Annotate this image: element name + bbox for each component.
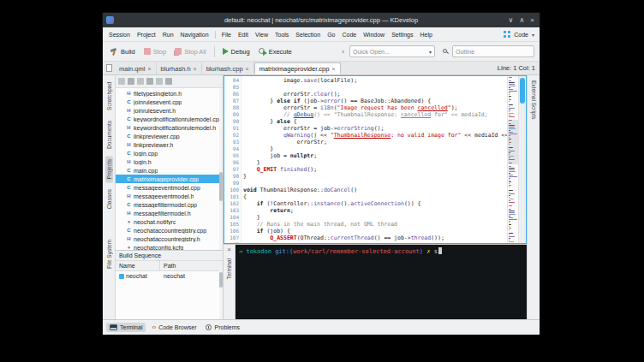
menu-settings[interactable]: Settings bbox=[388, 32, 416, 38]
area-selector[interactable]: Code bbox=[514, 32, 528, 38]
tab-blurhash-cpp[interactable]: blurhash.cpp× bbox=[202, 62, 254, 74]
line-number: 92 bbox=[224, 132, 239, 139]
minimize-icon[interactable]: ∨ bbox=[509, 17, 514, 24]
file-name: joinrulesevent.cpp bbox=[134, 99, 182, 105]
terminal[interactable]: → tokodon git:(work/carl/remember-select… bbox=[236, 245, 527, 319]
code-area[interactable]: image.save(localFile); errorStr.clear();… bbox=[242, 76, 507, 243]
tree-item-neochatconfig-kcfg[interactable]: ●neochatconfig.kcfg bbox=[116, 243, 223, 250]
menu-edit[interactable]: Edit bbox=[235, 32, 252, 38]
tree-item-login-h[interactable]: Hlogin.h bbox=[116, 157, 223, 166]
tree-item-keywordnotificationrulemodel-h[interactable]: Hkeywordnotificationrulemodel.h bbox=[116, 123, 223, 132]
tab-blurhash-h[interactable]: blurhash.h× bbox=[157, 62, 202, 74]
dock-item-external-scripts[interactable]: External Scripts bbox=[531, 80, 537, 120]
activities-grid-icon[interactable] bbox=[504, 31, 510, 38]
menu-tools[interactable]: Tools bbox=[271, 32, 292, 38]
stop-button[interactable]: Stop bbox=[140, 46, 170, 57]
menu-view[interactable]: View bbox=[252, 32, 271, 38]
tree-item-main-cpp[interactable]: Cmain.cpp bbox=[116, 166, 223, 175]
tree-scrollbar-thumb[interactable] bbox=[219, 172, 223, 201]
menu-selection[interactable]: Selection bbox=[292, 32, 324, 38]
menu-window[interactable]: Window bbox=[360, 32, 388, 38]
statusbar-terminal-button[interactable]: Terminal bbox=[106, 323, 146, 332]
projects-toolbar-button[interactable] bbox=[137, 78, 144, 85]
menu-file[interactable]: File bbox=[218, 32, 235, 38]
projects-toolbar-button[interactable] bbox=[118, 78, 125, 85]
tree-item-neochat-notifyrc[interactable]: ●neochat.notifyrc bbox=[116, 217, 223, 226]
document-list-icon[interactable] bbox=[106, 64, 112, 72]
tree-item-messagefiltermodel-h[interactable]: Hmessagefiltermodel.h bbox=[116, 209, 223, 217]
outline-input[interactable] bbox=[456, 49, 531, 55]
tree-item-neochataccountregistry-h[interactable]: Hneochataccountregistry.h bbox=[116, 234, 223, 243]
tree-item-linkpreviewer-cpp[interactable]: Clinkpreviewer.cpp bbox=[116, 132, 223, 140]
tab-main-qml[interactable]: main.qml× bbox=[115, 62, 157, 74]
dock-item-projects[interactable]: Projects bbox=[105, 156, 113, 182]
statusbar-problems-button[interactable]: Problems bbox=[202, 323, 243, 332]
close-icon[interactable]: × bbox=[530, 17, 534, 24]
dock-item-documents[interactable]: Documents bbox=[105, 117, 113, 152]
code-editor[interactable]: 8485868788899091929394959697989910010110… bbox=[224, 75, 527, 244]
column-header-name[interactable]: Name bbox=[116, 261, 160, 270]
tree-item-neochataccountregistry-cpp[interactable]: Cneochataccountregistry.cpp bbox=[116, 226, 223, 234]
editor-scrollbar-thumb[interactable] bbox=[520, 78, 525, 104]
tab-close-icon[interactable]: × bbox=[246, 66, 249, 72]
build-sequence-scrollbar-thumb[interactable] bbox=[219, 272, 223, 288]
minimap-line bbox=[509, 180, 510, 181]
build-sequence-row[interactable]: neochatneochat bbox=[116, 271, 223, 281]
projects-toolbar-button[interactable] bbox=[156, 78, 163, 85]
editor-scrollbar[interactable] bbox=[518, 76, 526, 243]
stop-all-button[interactable]: Stop All bbox=[171, 46, 209, 57]
terminal-toolview-label[interactable]: Terminal bbox=[226, 258, 232, 280]
dock-item-scratchpad[interactable]: Scratchpad bbox=[105, 79, 113, 114]
minimap-line bbox=[509, 183, 510, 184]
quick-open-input[interactable] bbox=[353, 49, 429, 55]
build-sequence-scrollbar[interactable] bbox=[219, 270, 223, 319]
tree-item-messagefiltermodel-cpp[interactable]: Cmessagefiltermodel.cpp bbox=[116, 200, 223, 209]
minimap-line bbox=[509, 77, 512, 78]
tree-scrollbar[interactable] bbox=[219, 88, 223, 250]
menu-go[interactable]: Go bbox=[324, 32, 338, 38]
outline-field[interactable] bbox=[452, 45, 534, 57]
tab-close-icon[interactable]: × bbox=[194, 66, 197, 72]
menu-session[interactable]: Session bbox=[105, 32, 134, 38]
column-header-path[interactable]: Path bbox=[160, 261, 176, 270]
execute-button[interactable]: Execute bbox=[255, 46, 295, 57]
statusbar-code-browser-button[interactable]: ‹› Code Browser bbox=[148, 323, 200, 332]
build-button[interactable]: Build bbox=[106, 46, 139, 57]
debug-button[interactable]: Debug bbox=[219, 46, 253, 57]
tree-item-login-cpp[interactable]: Clogin.cpp bbox=[116, 149, 223, 157]
maximize-icon[interactable]: ∧ bbox=[519, 17, 524, 24]
tree-item-linkpreviewer-h[interactable]: Hlinkpreviewer.h bbox=[116, 140, 223, 149]
titlebar[interactable]: default: neochat | neochat/src/matrixima… bbox=[103, 13, 540, 27]
tree-item-messageeventmodel-cpp[interactable]: Cmessageeventmodel.cpp bbox=[116, 183, 223, 192]
close-icon[interactable]: × bbox=[227, 246, 231, 253]
minimap-viewport[interactable] bbox=[508, 120, 518, 164]
tree-item-joinrulesevent-cpp[interactable]: Cjoinrulesevent.cpp bbox=[116, 98, 223, 106]
projects-toolbar-button[interactable] bbox=[165, 78, 172, 85]
file-icon: C bbox=[126, 185, 132, 190]
menubar-items: SessionProjectRunNavigationFileEditViewT… bbox=[105, 31, 436, 39]
menu-help[interactable]: Help bbox=[416, 32, 435, 38]
stop-button-label: Stop bbox=[153, 48, 166, 56]
tab-close-icon[interactable]: × bbox=[331, 66, 335, 72]
tree-item-filetypesingleton-h[interactable]: Hfiletypesingleton.h bbox=[116, 89, 223, 98]
tab-label: blurhash.cpp bbox=[206, 65, 243, 73]
quick-open-field[interactable]: ▾ bbox=[349, 45, 435, 57]
toolbar-overflow-chevron-icon[interactable]: › bbox=[340, 48, 346, 56]
menu-run[interactable]: Run bbox=[159, 32, 177, 38]
minimap-line bbox=[509, 91, 517, 92]
tree-item-messageeventmodel-h[interactable]: Hmessageeventmodel.h bbox=[116, 192, 223, 200]
projects-toolbar-button[interactable] bbox=[128, 78, 134, 85]
menu-code[interactable]: Code bbox=[339, 32, 361, 38]
minimap[interactable] bbox=[507, 76, 518, 243]
projects-toolbar-button[interactable] bbox=[146, 78, 153, 85]
dock-item-file-system[interactable]: File System bbox=[105, 236, 113, 272]
tab-matriximageprovider-cpp[interactable]: matriximageprovider.cpp× bbox=[254, 62, 341, 74]
tab-close-icon[interactable]: × bbox=[147, 66, 151, 72]
menu-navigation[interactable]: Navigation bbox=[177, 32, 212, 38]
menu-project[interactable]: Project bbox=[134, 32, 159, 38]
tree-item-keywordnotificationrulemodel-cpp[interactable]: Ckeywordnotificationrulemodel.cpp bbox=[116, 115, 223, 123]
tree-item-joinrulesevent-h[interactable]: Hjoinrulesevent.h bbox=[116, 106, 223, 115]
tree-item-matriximageprovider-cpp[interactable]: Cmatriximageprovider.cpp bbox=[116, 175, 223, 183]
hammer-icon bbox=[110, 48, 118, 56]
dock-item-classes[interactable]: Classes bbox=[105, 186, 113, 212]
